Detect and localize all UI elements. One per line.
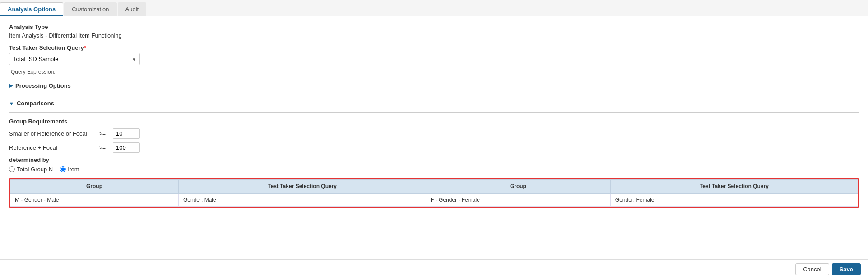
radio-total-group-n[interactable]: Total Group N <box>9 166 53 173</box>
analysis-type-title: Analysis Type <box>9 24 859 30</box>
analysis-type-value: Item Analysis - Differential Item Functi… <box>9 32 859 39</box>
comparison-table-wrapper: Group Test Taker Selection Query Group T… <box>9 178 859 208</box>
determined-by-label: determined by <box>9 156 859 163</box>
gr-operator-1: >= <box>99 131 113 137</box>
query-expression-label: Query Expression: <box>11 69 859 75</box>
col-header-group-1: Group <box>10 180 179 194</box>
tab-analysis-options[interactable]: Analysis Options <box>0 2 63 16</box>
chevron-right-icon: ▶ <box>9 83 13 89</box>
radio-total-group-n-input[interactable] <box>9 166 15 172</box>
gr-row-2: Reference + Focal >= <box>9 142 859 153</box>
gr-label-2: Reference + Focal <box>9 144 99 151</box>
tab-customization[interactable]: Customization <box>64 2 116 16</box>
cell-query-2: Gender: Female <box>610 194 858 207</box>
comparisons-header[interactable]: ▼ Comparisons <box>9 98 859 109</box>
test-taker-select[interactable]: Total ISD Sample <box>9 53 140 65</box>
cell-query-1: Gender: Male <box>178 194 426 207</box>
bottom-bar: Cancel Save <box>0 259 868 279</box>
cell-group-2: F - Gender - Female <box>426 194 611 207</box>
chevron-down-icon: ▼ <box>9 101 14 106</box>
gr-label-1: Smaller of Reference or Focal <box>9 130 99 137</box>
comparisons-divider <box>9 112 859 113</box>
col-header-query-1: Test Taker Selection Query <box>178 180 426 194</box>
radio-item[interactable]: Item <box>60 166 79 173</box>
col-header-group-2: Group <box>426 180 611 194</box>
radio-total-group-n-label: Total Group N <box>17 166 53 173</box>
save-button[interactable]: Save <box>832 263 861 275</box>
comparison-table: Group Test Taker Selection Query Group T… <box>10 179 858 207</box>
radio-item-input[interactable] <box>60 166 66 172</box>
radio-item-label: Item <box>68 166 79 173</box>
gr-operator-2: >= <box>99 145 113 151</box>
tabs-bar: Analysis Options Customization Audit <box>0 0 868 16</box>
radio-group: Total Group N Item <box>9 166 859 173</box>
gr-input-2[interactable] <box>113 142 140 153</box>
gr-row-1: Smaller of Reference or Focal >= <box>9 128 859 139</box>
test-taker-select-wrapper: Total ISD Sample ▼ <box>9 53 140 65</box>
gr-input-1[interactable] <box>113 128 140 139</box>
col-header-query-2: Test Taker Selection Query <box>610 180 858 194</box>
cell-group-1: M - Gender - Male <box>10 194 179 207</box>
main-container: Analysis Options Customization Audit Ana… <box>0 0 868 279</box>
table-header-row: Group Test Taker Selection Query Group T… <box>10 180 858 194</box>
table-row: M - Gender - Male Gender: Male F - Gende… <box>10 194 858 207</box>
tab-audit[interactable]: Audit <box>118 2 147 16</box>
group-requirements-title: Group Requirements <box>9 118 859 125</box>
test-taker-label: Test Taker Selection Query* <box>9 44 859 51</box>
content-area: Analysis Type Item Analysis - Differenti… <box>0 16 868 259</box>
processing-options-header[interactable]: ▶ Processing Options <box>9 80 859 91</box>
cancel-button[interactable]: Cancel <box>795 263 829 275</box>
